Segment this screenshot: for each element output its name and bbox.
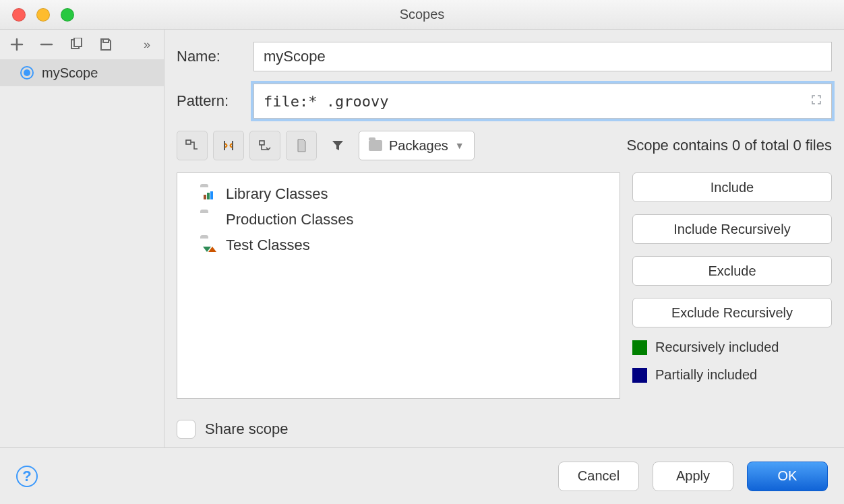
exclude-button[interactable]: Exclude [632,256,832,286]
svg-rect-2 [103,39,109,42]
legend-label: Recursively included [655,340,779,355]
window-controls [0,8,74,22]
footer-buttons: Cancel Apply OK [558,462,828,491]
status-text: Scope contains 0 of total 0 files [626,137,832,154]
pattern-label: Pattern: [177,92,239,110]
tree-item-label: Library Classes [226,185,328,203]
name-input[interactable] [253,42,832,71]
legend-color-recursive [632,340,647,355]
scope-item-label: myScope [42,65,98,81]
ok-button[interactable]: OK [747,462,828,491]
main-panel: Name: Pattern: file:* .groovy [164,30,844,447]
share-row: Share scope [177,411,832,447]
tree[interactable]: Library Classes Production Classes Test … [177,172,620,399]
svg-rect-3 [186,140,191,144]
scope-item-myscope[interactable]: myScope [0,59,164,86]
tree-item-production-classes[interactable]: Production Classes [177,207,620,232]
mid-area: Library Classes Production Classes Test … [177,172,832,399]
svg-rect-1 [74,38,82,46]
scope-radio-icon [20,66,34,80]
show-files-button[interactable] [249,131,280,160]
apply-button[interactable]: Apply [653,462,733,491]
legend-color-partial [632,368,647,383]
scope-type-label: Packages [389,138,448,154]
folder-icon [369,140,382,151]
chevron-down-icon: ▼ [455,140,464,151]
tree-item-test-classes[interactable]: Test Classes [177,232,620,258]
add-scope-button[interactable] [9,37,24,52]
minimize-window-button[interactable] [36,8,50,22]
exclude-recursively-button[interactable]: Exclude Recursively [632,298,832,327]
tree-item-library-classes[interactable]: Library Classes [177,181,620,207]
test-folder-icon [200,239,218,252]
sidebar-toolbar: » [0,30,164,59]
legend-label: Partially included [655,367,757,383]
help-button[interactable]: ? [16,466,38,487]
group-by-button[interactable] [286,131,317,160]
include-recursively-button[interactable]: Include Recursively [632,214,832,244]
tool-row: Packages ▼ Scope contains 0 of total 0 f… [177,131,832,160]
copy-scope-button[interactable] [69,37,84,52]
remove-scope-button[interactable] [39,37,54,52]
zoom-window-button[interactable] [61,8,74,22]
name-label: Name: [177,48,239,65]
legend-recursive: Recursively included [632,340,832,355]
tree-item-label: Test Classes [226,237,310,254]
pattern-input[interactable]: file:* .groovy [253,84,832,119]
close-window-button[interactable] [12,8,26,22]
include-button[interactable]: Include [632,172,832,202]
folder-icon [200,213,218,226]
expand-all-button[interactable] [177,131,208,160]
scope-list: myScope [0,59,164,447]
expand-icon[interactable] [811,94,822,108]
collapse-all-button[interactable] [213,131,244,160]
cancel-button[interactable]: Cancel [558,462,639,491]
footer: ? Cancel Apply OK [0,447,844,504]
legend-partial: Partially included [632,367,832,383]
scope-actions: Include Include Recursively Exclude Excl… [632,172,832,399]
filter-button[interactable] [322,131,353,160]
share-scope-checkbox[interactable] [177,420,195,439]
svg-rect-4 [260,141,264,145]
sidebar: » myScope [0,30,164,447]
pattern-value: file:* .groovy [264,93,388,110]
library-folder-icon [200,187,218,201]
window-title: Scopes [0,7,844,22]
pattern-row: Pattern: file:* .groovy [177,84,832,119]
save-scope-button[interactable] [98,37,113,52]
scope-type-dropdown[interactable]: Packages ▼ [359,131,475,160]
more-actions-button[interactable]: » [140,37,154,52]
tree-item-label: Production Classes [226,211,354,228]
name-row: Name: [177,42,832,71]
titlebar: Scopes [0,0,844,30]
share-scope-label: Share scope [205,420,289,438]
